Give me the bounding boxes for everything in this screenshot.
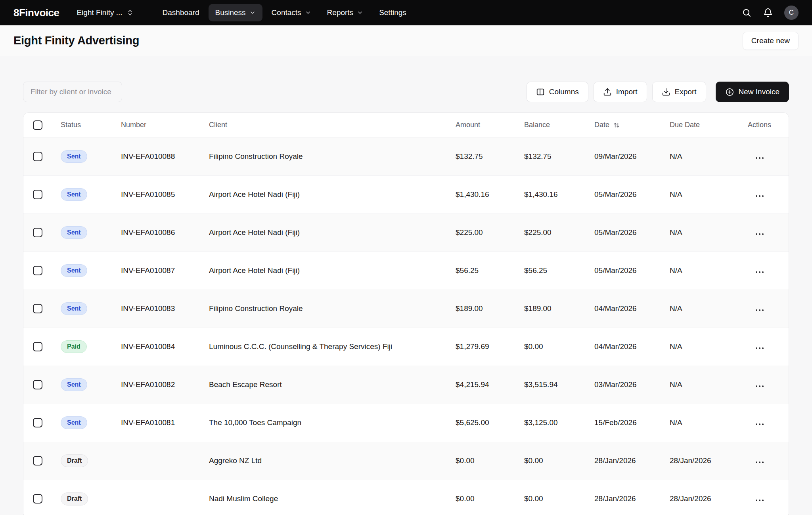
nav-item-dashboard[interactable]: Dashboard [156, 4, 206, 21]
invoice-number: INV-EFA010082 [113, 366, 201, 404]
plus-circle-icon [725, 88, 734, 97]
nav-item-reports[interactable]: Reports [320, 4, 370, 21]
invoice-balance: $1,430.16 [516, 175, 586, 214]
table-row[interactable]: Sent INV-EFA010086 Airport Ace Hotel Nad… [23, 214, 789, 252]
invoice-date: 09/Mar/2026 [586, 137, 662, 175]
create-new-button[interactable]: Create new [743, 32, 799, 50]
row-actions-button[interactable] [753, 307, 766, 313]
row-actions-button[interactable] [753, 421, 766, 427]
row-actions-button[interactable] [753, 231, 766, 237]
bell-icon [763, 8, 773, 17]
table-row[interactable]: Sent INV-EFA010085 Airport Ace Hotel Nad… [23, 175, 789, 214]
row-actions-button[interactable] [753, 269, 766, 275]
nav-item-settings[interactable]: Settings [372, 4, 413, 21]
columns-icon [536, 88, 545, 96]
invoice-due-date: 28/Jan/2026 [662, 480, 730, 515]
row-checkbox[interactable] [33, 380, 42, 389]
import-button[interactable]: Import [594, 82, 647, 102]
invoice-balance: $0.00 [516, 328, 586, 366]
status-badge: Sent [61, 188, 87, 201]
invoice-date: 05/Mar/2026 [586, 214, 662, 252]
invoice-amount: $1,430.16 [448, 175, 516, 214]
client-name: Aggreko NZ Ltd [201, 442, 448, 480]
nav-item-business[interactable]: Business [209, 4, 262, 21]
table-row[interactable]: Sent INV-EFA010082 Beach Escape Resort $… [23, 366, 789, 404]
column-header-due-date: Due Date [662, 113, 730, 137]
invoice-amount: $1,279.69 [448, 328, 516, 366]
invoice-amount: $132.75 [448, 137, 516, 175]
table-row[interactable]: Sent INV-EFA010087 Airport Ace Hotel Nad… [23, 252, 789, 290]
column-header-actions: Actions [730, 113, 789, 137]
status-badge: Sent [61, 302, 87, 315]
client-name: Beach Escape Resort [201, 366, 448, 404]
row-checkbox[interactable] [33, 494, 42, 504]
row-checkbox[interactable] [33, 266, 42, 275]
row-checkbox[interactable] [33, 342, 42, 351]
invoice-date: 03/Mar/2026 [586, 366, 662, 404]
table-row[interactable]: Sent INV-EFA010088 Filipino Construction… [23, 137, 789, 175]
row-checkbox[interactable] [33, 228, 42, 237]
row-checkbox[interactable] [33, 456, 42, 465]
table-row[interactable]: Draft Aggreko NZ Ltd $0.00 $0.00 28/Jan/… [23, 442, 789, 480]
invoice-date: 28/Jan/2026 [586, 442, 662, 480]
status-badge: Draft [61, 492, 88, 505]
row-actions-button[interactable] [753, 155, 766, 161]
table-row[interactable]: Sent INV-EFA010081 The 10,000 Toes Campa… [23, 404, 789, 442]
client-name: Filipino Construction Royale [201, 137, 448, 175]
invoice-amount: $0.00 [448, 442, 516, 480]
invoice-date: 04/Mar/2026 [586, 328, 662, 366]
row-actions-button[interactable] [753, 383, 766, 389]
invoice-amount: $225.00 [448, 214, 516, 252]
status-badge: Sent [61, 226, 87, 239]
column-header-date[interactable]: Date [586, 113, 662, 137]
invoice-due-date: 28/Jan/2026 [662, 442, 730, 480]
client-name: Airport Ace Hotel Nadi (Fiji) [201, 214, 448, 252]
search-button[interactable] [741, 8, 752, 18]
table-row[interactable]: Sent INV-EFA010083 Filipino Construction… [23, 290, 789, 328]
client-name: Airport Ace Hotel Nadi (Fiji) [201, 252, 448, 290]
invoice-date: 05/Mar/2026 [586, 175, 662, 214]
user-avatar[interactable]: C [784, 6, 799, 20]
row-checkbox[interactable] [33, 304, 42, 313]
invoice-balance: $189.00 [516, 290, 586, 328]
new-invoice-button[interactable]: New Invoice [716, 82, 789, 102]
row-actions-button[interactable] [753, 459, 766, 465]
status-badge: Sent [61, 416, 87, 429]
app-logo: 8Finvoice [13, 7, 59, 19]
table-row[interactable]: Draft Nadi Muslim College $0.00 $0.00 28… [23, 480, 789, 515]
status-badge: Sent [61, 264, 87, 277]
row-checkbox[interactable] [33, 418, 42, 427]
invoice-balance: $132.75 [516, 137, 586, 175]
notifications-button[interactable] [763, 8, 773, 18]
row-checkbox[interactable] [33, 152, 42, 161]
invoice-date: 28/Jan/2026 [586, 480, 662, 515]
export-button[interactable]: Export [652, 82, 706, 102]
column-header-client: Client [201, 113, 448, 137]
chevron-down-icon [249, 10, 256, 16]
table-row[interactable]: Paid INV-EFA010084 Luminous C.C.C. (Coun… [23, 328, 789, 366]
invoice-table-body: Sent INV-EFA010088 Filipino Construction… [23, 137, 789, 515]
columns-button[interactable]: Columns [527, 82, 588, 102]
invoice-balance: $0.00 [516, 480, 586, 515]
select-all-checkbox[interactable] [33, 120, 42, 130]
client-name: Luminous C.C.C. (Counselling & Therapy S… [201, 328, 448, 366]
column-header-amount: Amount [448, 113, 516, 137]
invoice-balance: $225.00 [516, 214, 586, 252]
invoice-number [113, 442, 201, 480]
invoice-number: INV-EFA010088 [113, 137, 201, 175]
row-actions-button[interactable] [753, 345, 766, 351]
invoice-amount: $56.25 [448, 252, 516, 290]
row-actions-button[interactable] [753, 193, 766, 199]
nav-item-contacts[interactable]: Contacts [265, 4, 318, 21]
org-switcher[interactable]: Eight Finity ... [77, 8, 133, 17]
invoice-due-date: N/A [662, 328, 730, 366]
invoice-due-date: N/A [662, 404, 730, 442]
client-name: Nadi Muslim College [201, 480, 448, 515]
row-actions-button[interactable] [753, 497, 766, 504]
status-badge: Sent [61, 378, 87, 391]
row-checkbox[interactable] [33, 190, 42, 199]
invoice-amount: $5,625.00 [448, 404, 516, 442]
org-switcher-label: Eight Finity ... [77, 8, 122, 17]
invoice-table: Status Number Client Amount Balance Date [23, 113, 789, 515]
filter-input[interactable] [23, 82, 122, 102]
